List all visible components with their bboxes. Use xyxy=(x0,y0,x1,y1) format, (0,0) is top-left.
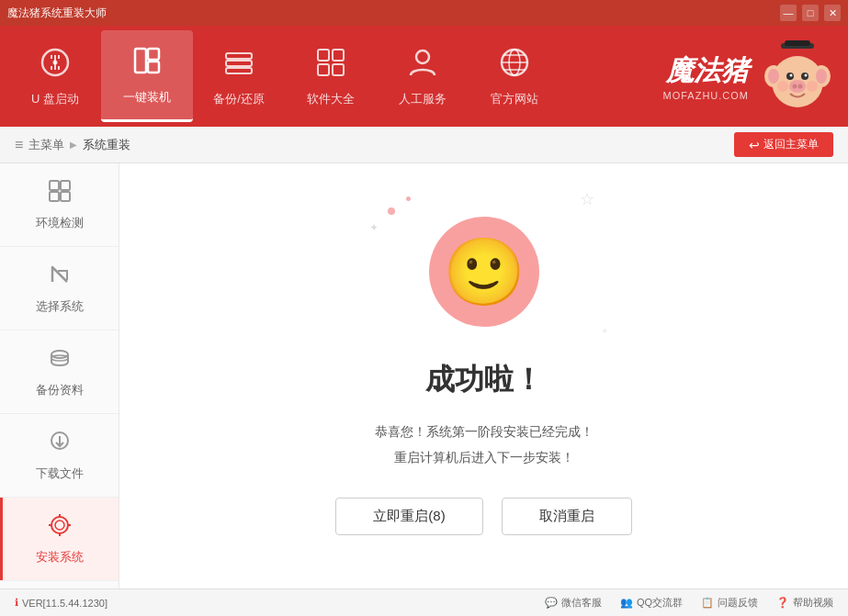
nav-item-website[interactable]: 官方网站 xyxy=(469,30,560,122)
success-desc-line1: 恭喜您！系统第一阶段安装已经完成！ xyxy=(375,419,594,444)
svg-rect-9 xyxy=(333,50,344,61)
help-label: 帮助视频 xyxy=(793,596,833,610)
info-icon: ℹ xyxy=(15,597,18,609)
sidebar-item-download[interactable]: 下载文件 xyxy=(0,414,119,498)
deco-dot2 xyxy=(406,196,411,201)
sidebar-item-select[interactable]: 选择系统 xyxy=(0,247,119,330)
svg-rect-4 xyxy=(148,62,159,73)
nav-label-software: 软件大全 xyxy=(307,91,355,107)
svg-rect-3 xyxy=(148,49,159,60)
nav-label-website: 官方网站 xyxy=(491,91,538,107)
qq-link[interactable]: 👥 QQ交流群 xyxy=(620,596,683,610)
backup-data-icon xyxy=(47,345,73,377)
nav-item-service[interactable]: 人工服务 xyxy=(377,30,469,122)
nav-label-service: 人工服务 xyxy=(399,91,447,107)
deco-star3: ✦ xyxy=(601,326,608,336)
feedback-label: 问题反馈 xyxy=(718,596,758,610)
feedback-link[interactable]: 📋 问题反馈 xyxy=(701,596,758,610)
deco-star2: ✦ xyxy=(369,221,379,234)
qq-label: QQ交流群 xyxy=(637,596,683,610)
sidebar: 环境检测 选择系统 备份资料 xyxy=(0,163,119,588)
svg-point-30 xyxy=(793,84,797,89)
svg-point-12 xyxy=(416,50,429,63)
svg-point-31 xyxy=(798,84,803,89)
help-icon: ❓ xyxy=(776,597,789,609)
status-bar: ℹ VER[11.5.44.1230] 💬 微信客服 👥 QQ交流群 📋 问题反… xyxy=(0,588,848,616)
sidebar-item-env[interactable]: 环境检测 xyxy=(0,163,119,247)
svg-rect-34 xyxy=(50,181,59,190)
logo-area: 魔法猪 MOFAZHU.COM xyxy=(663,35,840,118)
title-bar: 魔法猪系统重装大师 — □ ✕ xyxy=(0,0,848,26)
success-animation-area: ☆ ✦ ✦ 🙂 xyxy=(429,217,539,345)
install-icon xyxy=(47,512,73,544)
env-icon xyxy=(47,178,73,210)
nav-label-backup: 备份/还原 xyxy=(213,91,265,107)
sidebar-label-select: 选择系统 xyxy=(36,298,84,315)
breadcrumb-separator: ▶ xyxy=(70,140,77,150)
title-bar-text: 魔法猪系统重装大师 xyxy=(7,6,107,21)
success-title: 成功啦！ xyxy=(425,360,543,400)
minimize-button[interactable]: — xyxy=(780,5,797,21)
svg-rect-36 xyxy=(50,192,59,201)
breadcrumb: ≡ 主菜单 ▶ 系统重装 ↩ 返回主菜单 xyxy=(0,127,848,163)
back-to-main-button[interactable]: ↩ 返回主菜单 xyxy=(734,132,833,157)
breadcrumb-left: ≡ 主菜单 ▶ 系统重装 xyxy=(15,137,130,153)
restart-button[interactable]: 立即重启(8) xyxy=(335,498,482,535)
breadcrumb-item-main[interactable]: 主菜单 xyxy=(28,137,64,153)
onekey-icon xyxy=(130,44,164,84)
svg-rect-8 xyxy=(318,50,329,61)
help-link[interactable]: ❓ 帮助视频 xyxy=(776,596,833,610)
success-desc-line2: 重启计算机后进入下一步安装！ xyxy=(375,444,594,470)
status-links: 💬 微信客服 👥 QQ交流群 📋 问题反馈 ❓ 帮助视频 xyxy=(545,596,833,610)
select-icon xyxy=(47,262,73,294)
nav-item-onekey[interactable]: 一键装机 xyxy=(101,30,193,122)
svg-rect-19 xyxy=(785,40,810,46)
sidebar-item-backup[interactable]: 备份资料 xyxy=(0,330,119,414)
sidebar-label-backup: 备份资料 xyxy=(36,382,84,398)
svg-point-29 xyxy=(789,80,806,93)
svg-point-42 xyxy=(51,517,68,533)
back-button-label: 返回主菜单 xyxy=(763,137,819,152)
success-face: 🙂 xyxy=(429,217,539,327)
maximize-button[interactable]: □ xyxy=(802,5,819,21)
sidebar-item-install[interactable]: 安装系统 xyxy=(0,498,119,581)
usb-icon xyxy=(39,46,72,85)
download-icon xyxy=(47,429,73,461)
svg-rect-2 xyxy=(135,49,146,73)
breadcrumb-item-current: 系统重装 xyxy=(83,137,130,153)
status-version: ℹ VER[11.5.44.1230] xyxy=(15,597,107,609)
svg-point-27 xyxy=(790,74,793,77)
svg-point-32 xyxy=(777,81,788,92)
close-button[interactable]: ✕ xyxy=(824,5,841,21)
svg-point-28 xyxy=(805,74,808,77)
logo-main-text: 魔法猪 xyxy=(663,52,750,90)
main-content: ☆ ✦ ✦ 🙂 成功啦！ 恭喜您！系统第一阶段安装已经完成！ 重启计算机后进入下… xyxy=(119,163,848,588)
logo-sub-text: MOFAZHU.COM xyxy=(663,90,750,101)
svg-rect-6 xyxy=(226,61,252,66)
nav-item-usb[interactable]: U 盘启动 xyxy=(9,30,101,122)
title-bar-controls: — □ ✕ xyxy=(780,5,841,21)
svg-point-24 xyxy=(816,69,827,84)
sidebar-label-download: 下载文件 xyxy=(36,465,84,482)
service-icon xyxy=(406,46,439,85)
website-icon xyxy=(498,46,531,85)
active-indicator xyxy=(0,498,3,580)
svg-rect-37 xyxy=(61,192,70,201)
feedback-icon: 📋 xyxy=(701,597,714,609)
svg-rect-11 xyxy=(333,64,344,75)
menu-icon: ≡ xyxy=(15,137,23,153)
svg-point-43 xyxy=(55,521,64,530)
main-layout: 环境检测 选择系统 备份资料 xyxy=(0,163,848,588)
wechat-icon: 💬 xyxy=(545,597,558,609)
cancel-restart-button[interactable]: 取消重启 xyxy=(502,498,632,535)
svg-point-38 xyxy=(51,351,68,358)
wechat-link[interactable]: 💬 微信客服 xyxy=(545,596,602,610)
nav-item-software[interactable]: 软件大全 xyxy=(285,30,377,122)
top-nav: U 盘启动 一键装机 备份/还原 xyxy=(0,26,848,127)
nav-label-onekey: 一键装机 xyxy=(123,89,171,106)
svg-point-1 xyxy=(53,60,58,64)
sidebar-label-install: 安装系统 xyxy=(36,549,84,566)
logo-pig-mascot xyxy=(756,35,839,118)
svg-point-33 xyxy=(807,81,818,92)
nav-item-backup[interactable]: 备份/还原 xyxy=(193,30,285,122)
